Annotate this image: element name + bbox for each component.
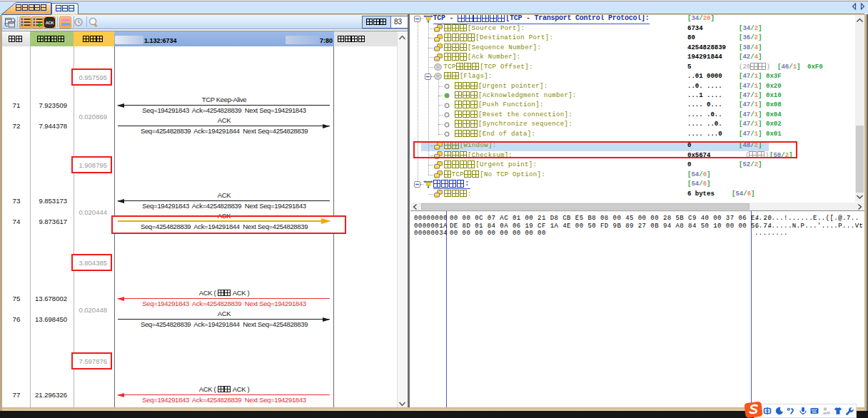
svg-text:11: 11 [827, 412, 829, 414]
svg-text:ACK: ACK [46, 20, 54, 24]
